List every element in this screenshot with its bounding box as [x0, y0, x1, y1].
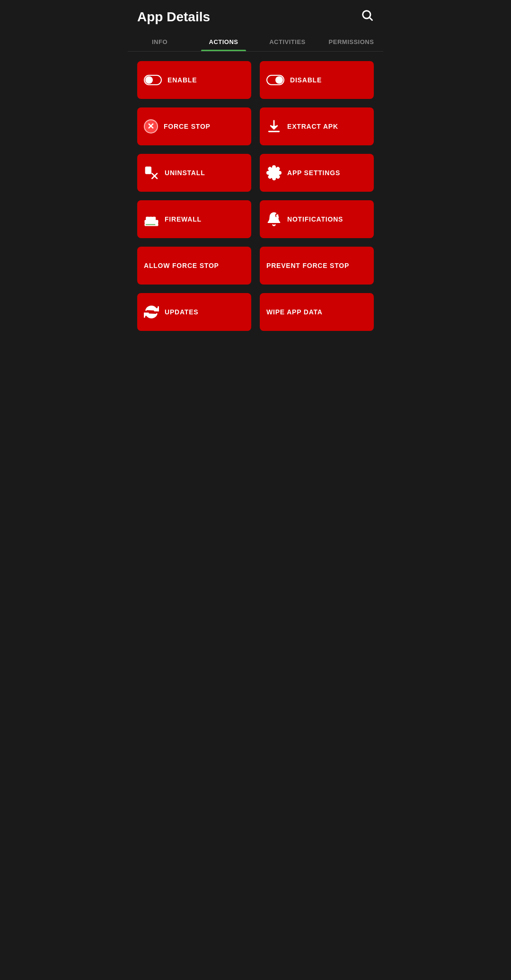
disable-label: DISABLE	[290, 76, 322, 84]
tab-info[interactable]: INFO	[128, 32, 192, 51]
svg-rect-12	[146, 217, 149, 220]
svg-text:1: 1	[277, 214, 279, 218]
updates-button[interactable]: UPDATES	[137, 293, 251, 331]
app-settings-label: APP SETTINGS	[287, 169, 340, 177]
tab-activities[interactable]: ACTIVITIES	[256, 32, 319, 51]
page-title: App Details	[137, 9, 210, 25]
force-stop-button[interactable]: ✕ FORCE STOP	[137, 107, 251, 145]
uninstall-button[interactable]: UNINSTALL	[137, 154, 251, 192]
prevent-force-stop-button[interactable]: PREVENT FORCE STOP	[260, 247, 374, 285]
allow-force-stop-button[interactable]: ALLOW FORCE STOP	[137, 247, 251, 285]
svg-rect-14	[153, 217, 155, 220]
toggle-off-icon	[144, 75, 162, 85]
search-icon[interactable]	[361, 9, 374, 25]
wipe-app-data-button[interactable]: WIPE APP DATA	[260, 293, 374, 331]
uninstall-label: UNINSTALL	[165, 169, 205, 177]
firewall-button[interactable]: FIREWALL	[137, 200, 251, 238]
force-stop-label: FORCE STOP	[164, 123, 211, 131]
svg-line-1	[370, 18, 372, 20]
allow-force-stop-label: ALLOW FORCE STOP	[144, 262, 219, 270]
extract-apk-label: EXTRACT APK	[287, 123, 338, 131]
svg-rect-8	[145, 221, 148, 223]
actions-grid: ENABLE DISABLE ✕ FORCE STOP EXTRACT APK	[128, 52, 383, 340]
disable-button[interactable]: DISABLE	[260, 61, 374, 99]
firewall-label: FIREWALL	[165, 215, 202, 223]
svg-rect-10	[151, 221, 154, 223]
app-header: App Details	[128, 0, 383, 32]
download-icon	[266, 119, 282, 134]
gear-icon	[266, 165, 282, 180]
refresh-icon	[144, 304, 159, 320]
svg-rect-13	[150, 217, 152, 220]
wipe-app-data-label: WIPE APP DATA	[266, 308, 323, 316]
tab-actions[interactable]: ACTIONS	[192, 32, 256, 51]
enable-label: ENABLE	[167, 76, 197, 84]
toggle-on-icon	[266, 75, 284, 85]
firewall-icon	[144, 212, 159, 227]
prevent-force-stop-label: PREVENT FORCE STOP	[266, 262, 349, 270]
uninstall-icon	[144, 165, 159, 180]
svg-rect-11	[155, 221, 158, 223]
tab-permissions[interactable]: PERMISSIONS	[319, 32, 383, 51]
enable-button[interactable]: ENABLE	[137, 61, 251, 99]
circle-x-icon: ✕	[144, 119, 158, 134]
notifications-label: NOTIFICATIONS	[287, 215, 343, 223]
updates-label: UPDATES	[165, 308, 198, 316]
svg-point-16	[156, 224, 157, 225]
notifications-button[interactable]: 1 NOTIFICATIONS	[260, 200, 374, 238]
tab-bar: INFO ACTIONS ACTIVITIES PERMISSIONS	[128, 32, 383, 52]
bell-icon: 1	[266, 212, 282, 227]
extract-apk-button[interactable]: EXTRACT APK	[260, 107, 374, 145]
app-settings-button[interactable]: APP SETTINGS	[260, 154, 374, 192]
svg-rect-9	[148, 221, 150, 223]
